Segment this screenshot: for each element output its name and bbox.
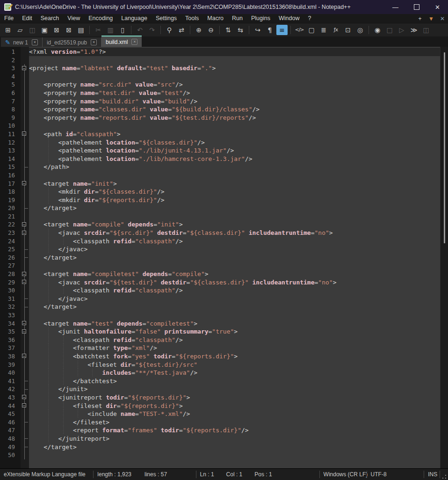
zoom-out-icon[interactable]: ⊖ xyxy=(205,25,217,35)
resize-grip-icon[interactable] xyxy=(440,473,448,480)
code-text[interactable]: <pathelement location="./lib/hamcrest-co… xyxy=(29,155,440,163)
code-text[interactable] xyxy=(29,311,440,320)
tab-new-1[interactable]: ✎new 1× xyxy=(1,37,43,47)
copy-icon[interactable]: ▥ xyxy=(105,25,116,35)
fold-collapse-icon[interactable]: − xyxy=(22,280,26,284)
code-text[interactable]: <pathelement location="./lib/junit-4.13.… xyxy=(29,146,440,155)
code-text[interactable]: </javac> xyxy=(29,295,440,303)
document-list-icon[interactable]: ≣ xyxy=(318,25,329,35)
menu-edit[interactable]: Edit xyxy=(18,14,36,23)
print-icon[interactable]: ▤ xyxy=(75,25,87,35)
code-text[interactable]: <property name="test.dir" value="test"/> xyxy=(29,89,440,97)
code-text[interactable]: </path> xyxy=(29,163,440,171)
code-text[interactable] xyxy=(29,122,440,130)
new-file-icon[interactable]: ⊞ xyxy=(2,25,14,35)
code-text[interactable] xyxy=(29,56,440,65)
code-text[interactable]: <property name="src.dir" value="src"/> xyxy=(29,80,440,89)
scrollbar-thumb[interactable] xyxy=(444,52,445,243)
paste-icon[interactable]: ▯ xyxy=(117,25,128,35)
playback-macro-icon[interactable]: ▷ xyxy=(396,25,407,35)
code-text[interactable]: <target name="compiletest" depends="comp… xyxy=(29,270,440,278)
tab-id-ed25519-pub[interactable]: id_ed25519.pub× xyxy=(43,37,101,47)
code-text[interactable]: </batchtest> xyxy=(29,377,440,385)
code-text[interactable]: <target name="init"> xyxy=(29,180,440,188)
undo-icon[interactable]: ↶ xyxy=(134,25,145,35)
code-text[interactable]: </target> xyxy=(29,204,440,212)
code-text[interactable] xyxy=(29,212,440,221)
code-text[interactable]: </target> xyxy=(29,303,440,311)
code-text[interactable]: <target name="test" depends="compiletest… xyxy=(29,320,440,328)
menu-plugins[interactable]: Plugins xyxy=(247,14,275,23)
view-in-browser-icon[interactable]: ◎ xyxy=(354,25,366,35)
code-text[interactable] xyxy=(29,73,440,81)
fold-collapse-icon[interactable]: − xyxy=(22,272,26,276)
start-recording-icon[interactable]: ◉ xyxy=(372,25,383,35)
cut-icon[interactable]: ✂ xyxy=(93,25,104,35)
vertical-scrollbar[interactable] xyxy=(440,47,448,469)
fold-collapse-icon[interactable]: − xyxy=(22,403,26,407)
code-text[interactable]: </junit> xyxy=(29,385,440,393)
code-text[interactable]: <property name="classes.dir" value="${bu… xyxy=(29,105,440,114)
menu-run[interactable]: Run xyxy=(228,14,247,23)
fold-collapse-icon[interactable]: − xyxy=(22,231,26,235)
code-text[interactable]: <javac srcdir="${src.dir}" destdir="${cl… xyxy=(29,229,440,237)
fold-collapse-icon[interactable]: − xyxy=(22,131,26,136)
code-text[interactable]: <batchtest fork="yes" todir="${reports.d… xyxy=(29,352,440,361)
code-text[interactable]: <mkdir dir="${classes.dir}"/> xyxy=(29,188,440,196)
code-text[interactable]: <junitreport todir="${reports.dir}"> xyxy=(29,393,440,402)
document-map-icon[interactable]: ▢ xyxy=(306,25,317,35)
fold-collapse-icon[interactable]: − xyxy=(22,354,26,358)
tab-list-dropdown-icon[interactable]: ▼ xyxy=(426,15,437,22)
code-text[interactable]: </junitreport> xyxy=(29,435,440,443)
tab-close-icon[interactable]: × xyxy=(32,39,38,45)
show-indent-guide-icon[interactable]: ≡ xyxy=(276,25,288,35)
fold-collapse-icon[interactable]: − xyxy=(22,321,26,325)
code-text[interactable]: </target> xyxy=(29,443,440,451)
code-text[interactable]: <junit haltonfailure="false" printsummar… xyxy=(29,327,440,336)
maximize-button[interactable] xyxy=(406,0,427,14)
code-text[interactable]: <javac srcdir="${test.dir}" destdir="${c… xyxy=(29,278,440,287)
sync-vertical-scroll-icon[interactable]: ⇅ xyxy=(223,25,234,35)
code-text[interactable]: <fileset dir="${test.dir}/src" xyxy=(29,361,440,369)
code-text[interactable]: <pathelement location="${classes.dir}"/> xyxy=(29,138,440,147)
code-text[interactable]: <path id="classpath"> xyxy=(29,130,440,138)
save-all-icon[interactable]: ▣ xyxy=(39,25,50,35)
define-language-icon[interactable]: </> xyxy=(294,25,305,35)
close-document-icon[interactable]: ⊠ xyxy=(51,25,62,35)
menu-view[interactable]: View xyxy=(63,14,84,23)
replace-icon[interactable]: ⇄ xyxy=(176,25,187,35)
code-text[interactable]: <property name="reports.dir" value="${te… xyxy=(29,114,440,122)
code-text[interactable]: includes="**/*Test.java"/> xyxy=(29,369,440,377)
fold-collapse-icon[interactable]: − xyxy=(22,181,26,185)
code-text[interactable]: <report format="frames" todir="${reports… xyxy=(29,426,440,435)
fold-collapse-icon[interactable]: − xyxy=(22,66,26,70)
code-text[interactable]: <target name="compile" depends="init"> xyxy=(29,220,440,229)
code-text[interactable]: </fileset> xyxy=(29,418,440,427)
menu-encoding[interactable]: Encoding xyxy=(84,14,117,23)
zoom-in-icon[interactable]: ⊕ xyxy=(193,25,204,35)
run-macro-multiple-times-icon[interactable]: ≫ xyxy=(408,25,419,35)
code-text[interactable]: <property name="build.dir" value="build"… xyxy=(29,97,440,106)
code-text[interactable]: <include name="TEST-*.xml"/> xyxy=(29,410,440,418)
code-text[interactable]: <mkdir dir="${reports.dir}"/> xyxy=(29,196,440,204)
fold-collapse-icon[interactable]: − xyxy=(22,222,26,226)
code-text[interactable]: </target> xyxy=(29,254,440,262)
code-text[interactable]: <project name="labtest" default="test" b… xyxy=(29,64,440,73)
close-all-documents-icon[interactable]: ⊠ xyxy=(63,25,74,35)
show-all-characters-icon[interactable]: ¶ xyxy=(264,25,275,35)
save-recorded-macro-icon[interactable]: ◫ xyxy=(420,25,432,35)
word-wrap-icon[interactable]: ↪ xyxy=(252,25,263,35)
status-encoding[interactable]: UTF-8 xyxy=(367,471,424,478)
code-text[interactable]: <classpath refid="classpath"/> xyxy=(29,237,440,246)
save-icon[interactable]: ◫ xyxy=(27,25,38,35)
monitoring-icon[interactable]: ⊡ xyxy=(342,25,354,35)
code-text[interactable]: <formatter type="xml"/> xyxy=(29,344,440,352)
fold-collapse-icon[interactable]: − xyxy=(22,395,26,399)
tab-build-xml[interactable]: build.xml× xyxy=(101,36,142,47)
code-text[interactable]: </javac> xyxy=(29,245,440,254)
status-insert-mode[interactable]: INS xyxy=(424,471,440,478)
code-text[interactable] xyxy=(29,171,440,180)
find-icon[interactable]: ⚲ xyxy=(164,25,175,35)
code-text[interactable]: <classpath refid="classpath"/> xyxy=(29,336,440,344)
close-tab-icon[interactable]: ✕ xyxy=(437,15,448,22)
